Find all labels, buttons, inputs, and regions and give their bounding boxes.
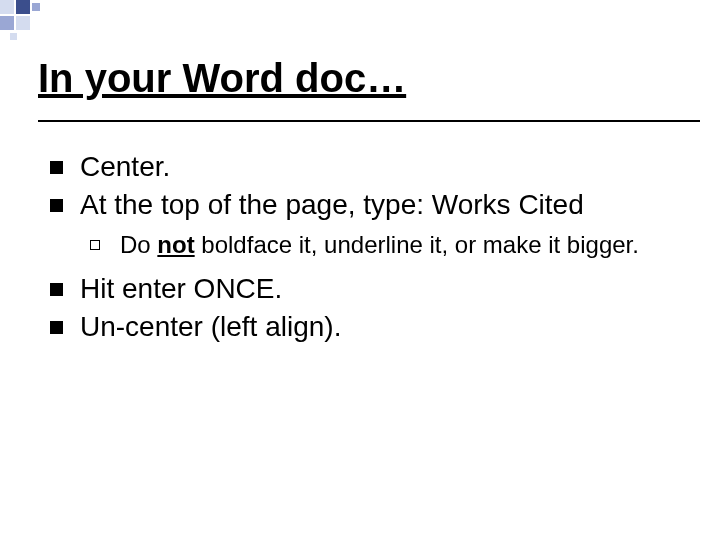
deco-square xyxy=(10,33,17,40)
sub-list-item: Do not boldface it, underline it, or mak… xyxy=(50,230,680,260)
list-item-text: Un-center (left align). xyxy=(80,311,341,342)
square-bullet-icon xyxy=(50,283,63,296)
list-item: Center. xyxy=(50,150,680,184)
list-item-text: Hit enter ONCE. xyxy=(80,273,282,304)
deco-square xyxy=(0,16,14,30)
body-area: Center. At the top of the page, type: Wo… xyxy=(50,150,680,349)
slide: In your Word doc… Center. At the top of … xyxy=(0,0,720,540)
square-bullet-icon xyxy=(50,321,63,334)
sub-text-pre: Do xyxy=(120,231,157,258)
corner-decoration xyxy=(0,0,80,40)
list-item: Un-center (left align). xyxy=(50,310,680,344)
title-area: In your Word doc… xyxy=(38,56,682,101)
square-bullet-icon xyxy=(50,199,63,212)
deco-square xyxy=(16,16,30,30)
spacer xyxy=(50,264,680,272)
list-item: Hit enter ONCE. xyxy=(50,272,680,306)
list-item-text: At the top of the page, type: Works Cite… xyxy=(80,189,584,220)
list-item: At the top of the page, type: Works Cite… xyxy=(50,188,680,222)
list-item-text: Center. xyxy=(80,151,170,182)
sub-text-emphasis: not xyxy=(157,231,194,258)
sub-text-post: boldface it, underline it, or make it bi… xyxy=(195,231,639,258)
deco-square xyxy=(16,0,30,14)
deco-square xyxy=(32,3,40,11)
open-square-bullet-icon xyxy=(90,240,100,250)
square-bullet-icon xyxy=(50,161,63,174)
title-underline-rule xyxy=(38,120,700,122)
deco-square xyxy=(0,0,14,14)
slide-title: In your Word doc… xyxy=(38,56,406,100)
